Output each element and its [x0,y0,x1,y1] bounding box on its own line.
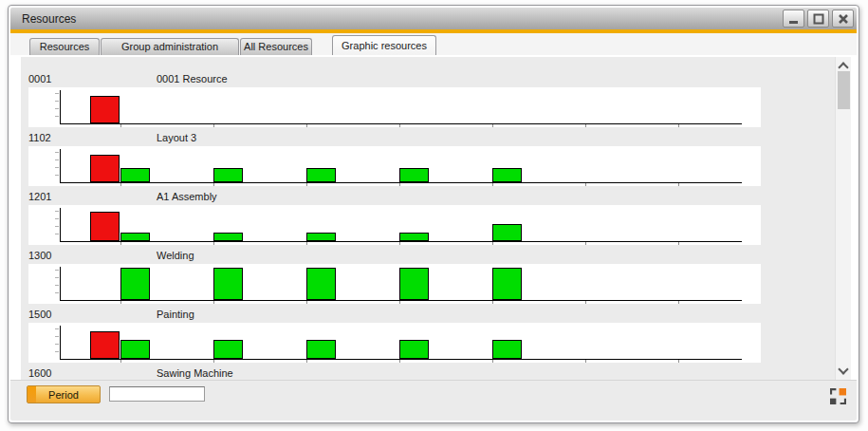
capacity-bar-green [399,168,429,182]
x-tick [585,360,586,363]
x-tick [399,183,400,186]
vertical-scrollbar[interactable] [835,57,851,380]
x-tick [120,183,121,186]
minimize-button[interactable] [783,9,804,28]
capacity-bar-red [90,331,120,359]
x-tick [585,124,586,127]
resource-label-row: 1500Painting [28,308,835,323]
resource-rows: 00010001 Resource1102Layout 31201A1 Asse… [21,57,835,380]
y-tick [55,159,59,160]
resource-chart [28,264,761,304]
capacity-bar-green [120,233,150,241]
y-tick [55,101,59,102]
maximize-icon [813,13,824,25]
resource-label-row: 1201A1 Assembly [28,190,835,205]
capacity-bar-green [306,233,336,241]
close-button[interactable] [832,9,854,28]
y-axis [60,267,61,301]
y-axis [60,90,61,124]
y-tick [55,167,59,168]
y-tick [55,270,59,271]
x-axis [60,359,742,360]
x-tick [678,301,679,304]
x-tick [585,242,586,245]
resource-name: Sawing Machine [157,367,233,379]
y-tick [55,336,59,337]
x-tick [120,124,121,127]
capacity-bar-green [120,168,150,182]
x-tick [399,124,400,127]
y-tick [55,108,59,109]
title-bar[interactable]: Resources [10,8,857,29]
x-tick [585,301,586,304]
resource-code: 1201 [28,191,51,202]
y-axis [60,149,61,183]
x-tick [678,360,679,363]
capacity-bar-green [120,340,150,359]
resource-code: 1102 [28,132,51,143]
x-tick [678,183,679,186]
tab-group-administration[interactable]: Group administration [101,38,239,55]
minimize-icon [788,13,800,25]
resize-grip-icon[interactable] [830,388,846,404]
scroll-down-icon[interactable] [838,364,848,374]
maximize-button[interactable] [807,9,829,28]
resource-label-row: 1102Layout 3 [28,131,835,146]
resource-name: Welding [157,250,194,261]
x-tick [678,242,679,245]
capacity-bar-red [90,155,120,182]
x-tick [306,360,307,363]
x-tick [213,183,214,186]
y-tick [55,152,59,153]
capacity-bar-green [120,268,150,300]
tab-all-resources[interactable]: All Resources [240,38,312,55]
x-tick [120,242,121,245]
capacity-bar-green [492,340,522,359]
x-tick [213,301,214,304]
x-tick [120,301,121,304]
capacity-bar-green [213,268,243,300]
window-title: Resources [22,12,780,26]
x-tick [492,124,493,127]
y-axis [60,208,61,242]
capacity-bar-green [213,233,243,241]
x-axis [60,182,742,183]
capacity-bar-green [213,340,243,359]
x-axis [60,300,742,301]
y-tick [55,234,59,234]
capacity-bar-green [306,168,336,182]
x-axis [60,241,742,242]
capacity-bar-green [306,268,336,300]
tab-resources[interactable]: Resources [29,38,100,55]
y-tick [55,285,59,286]
resource-chart [28,205,761,245]
resource-name: Painting [157,309,194,320]
y-tick [55,93,59,94]
x-tick [399,301,400,304]
capacity-bar-green [213,168,243,182]
capacity-bar-green [399,233,429,241]
resource-name: Layout 3 [157,132,196,143]
x-tick [492,360,493,363]
tab-graphic-resources[interactable]: Graphic resources [332,35,436,55]
capacity-bar-green [492,168,522,182]
period-input[interactable] [109,386,205,402]
period-button-label: Period [48,389,79,401]
capacity-bar-green [492,224,522,241]
resource-label-row: 1300Welding [28,249,835,264]
tab-page-graphic-resources: 00010001 Resource1102Layout 31201A1 Asse… [10,55,857,380]
capacity-bar-green [399,340,429,359]
x-tick [306,124,307,127]
resource-code: 0001 [28,73,51,84]
scrollbar-thumb[interactable] [838,71,850,109]
capacity-bar-green [399,268,429,300]
resource-chart [28,323,761,363]
capacity-bar-red [90,96,120,123]
y-tick [55,292,59,293]
y-tick [55,277,59,278]
resource-label-row: 00010001 Resource [28,72,835,87]
resource-code: 1500 [28,309,51,320]
x-tick [678,124,679,127]
period-button[interactable]: Period [27,385,101,403]
y-tick [55,328,59,329]
